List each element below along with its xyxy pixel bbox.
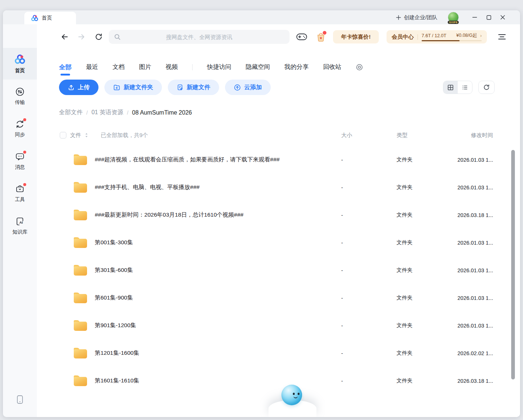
tab-documents[interactable]: 文档 <box>112 63 125 71</box>
close-button[interactable] <box>496 10 510 24</box>
shop-bag-icon[interactable] <box>316 32 326 42</box>
maximize-button[interactable] <box>482 10 496 24</box>
size-column-header: 大小 <box>341 132 396 139</box>
search-input[interactable] <box>121 34 278 40</box>
member-center-button[interactable]: 会员中心 7.6T / 12.0T ¥0.08/G起 › <box>387 30 487 43</box>
file-row[interactable]: 第001集-300集 - 文件夹 2026.01.03 1... <box>37 229 520 256</box>
sync-icon <box>15 119 25 129</box>
tab-hidden-space[interactable]: 隐藏空间 <box>246 63 270 71</box>
sidebar-item-home[interactable]: 首页 <box>3 48 37 80</box>
file-row[interactable]: 第301集-600集 - 文件夹 2026.01.03 1... <box>37 256 520 284</box>
sidebar-label: 工具 <box>15 196 25 203</box>
folder-icon <box>74 154 87 165</box>
tab-my-shares[interactable]: 我的分享 <box>284 63 309 71</box>
search-bar[interactable] <box>109 30 290 44</box>
minimize-button[interactable] <box>468 10 482 24</box>
promo-label: 年卡惊喜价! <box>341 34 371 41</box>
home-tab[interactable]: 首页 <box>24 12 76 24</box>
notification-dot <box>23 118 26 121</box>
new-folder-button[interactable]: 新建文件夹 <box>104 80 162 95</box>
title-bar: 首页 创建企业/团队 SVIP6 <box>3 10 520 24</box>
storage-price: ¥0.08/G起 <box>456 32 477 39</box>
scrollbar-thumb[interactable] <box>511 150 515 379</box>
file-modified-time: 2026.01.03 1... <box>452 157 493 163</box>
file-size: - <box>341 240 396 246</box>
tab-recent[interactable]: 最近 <box>86 63 98 71</box>
grid-icon <box>447 84 454 91</box>
file-modified-time: 2026.03.18 1... <box>452 378 493 384</box>
notification-dot <box>323 31 326 35</box>
file-name: 第1601集-1610集 <box>95 377 139 385</box>
refresh-list-button[interactable] <box>478 81 495 94</box>
folder-icon <box>74 375 87 386</box>
cloud-add-button[interactable]: 云添加 <box>225 80 271 95</box>
menu-icon[interactable] <box>498 34 506 40</box>
sidebar-label: 首页 <box>15 67 25 74</box>
chevron-right-icon: › <box>480 33 482 38</box>
grid-view-button[interactable] <box>443 81 458 94</box>
assistant-ball-button[interactable] <box>281 385 302 405</box>
search-icon <box>114 34 121 40</box>
year-card-promo-button[interactable]: 年卡惊喜价! <box>333 30 379 43</box>
tab-quick-access[interactable]: 快捷访问 <box>207 63 231 71</box>
file-row[interactable]: 第901集-1200集 - 文件夹 2026.01.03 1... <box>37 312 520 339</box>
table-header: 文件 已全部加载，共9个 大小 类型 修改时间 <box>37 129 520 141</box>
tab-images[interactable]: 图片 <box>139 63 151 71</box>
sidebar-label: 知识库 <box>13 229 28 235</box>
list-view-button[interactable] <box>458 81 472 94</box>
toolbox-icon <box>15 184 25 194</box>
create-team-button[interactable]: 创建企业/团队 <box>396 14 437 21</box>
mascot-smile <box>294 396 298 398</box>
file-row[interactable]: ###超清视频，在线观看会压缩画质，如果要画质好，请下载下来观看### - 文件… <box>37 146 520 174</box>
sort-icon[interactable] <box>85 133 88 138</box>
mascot-eye <box>298 393 299 395</box>
file-row[interactable]: ###支持手机、电脑、电视、平板播放### - 文件夹 2026.01.03 1… <box>37 174 520 201</box>
file-column-header[interactable]: 文件 <box>70 132 81 139</box>
refresh-icon <box>483 84 490 91</box>
upload-button[interactable]: 上传 <box>59 80 98 95</box>
notification-dot <box>23 151 26 154</box>
sidebar-item-transfer[interactable]: 传输 <box>3 84 37 108</box>
breadcrumb-separator: / <box>127 110 128 116</box>
file-row[interactable]: 第1201集-1600集 - 文件夹 2026.02.02 1... <box>37 339 520 367</box>
user-avatar[interactable]: SVIP6 <box>448 12 459 23</box>
file-size: - <box>341 212 396 218</box>
new-folder-icon <box>113 84 120 91</box>
home-logo-icon <box>14 54 25 65</box>
tab-all[interactable]: 全部 <box>59 63 72 71</box>
file-row[interactable]: 第601集-900集 - 文件夹 2026.01.03 1... <box>37 284 520 312</box>
folder-icon <box>74 182 87 193</box>
sidebar-item-sync[interactable]: 同步 <box>3 116 37 141</box>
breadcrumb-separator: / <box>86 110 88 116</box>
view-toggle <box>443 81 472 94</box>
tab-title: 首页 <box>42 15 52 21</box>
sidebar-item-messages[interactable]: 消息 <box>3 149 37 173</box>
file-row[interactable]: ###最新更新时间：2026年03月18日，总计1610个视频### - 文件夹… <box>37 201 520 229</box>
file-modified-time: 2026.01.03 1... <box>452 267 493 273</box>
game-center-icon[interactable] <box>296 33 307 41</box>
tab-recycle-bin[interactable]: 回收站 <box>323 63 342 71</box>
sidebar-item-tools[interactable]: 工具 <box>3 181 37 206</box>
mobile-app-icon[interactable] <box>15 395 24 406</box>
reload-button[interactable] <box>95 33 103 41</box>
forward-button[interactable] <box>77 33 86 41</box>
breadcrumb-current: 08 AumSumTime 2026 <box>132 109 192 116</box>
file-row[interactable]: 第1601集-1610集 - 文件夹 2026.03.18 1... <box>37 367 520 395</box>
target-circle-icon[interactable] <box>356 64 363 71</box>
back-button[interactable] <box>60 33 69 41</box>
sidebar-item-knowledge[interactable]: AI 知识库 <box>3 214 37 238</box>
breadcrumb-root[interactable]: 全部文件 <box>59 109 83 116</box>
tab-videos[interactable]: 视频 <box>166 63 178 71</box>
file-size: - <box>341 323 396 329</box>
file-type: 文件夹 <box>396 294 452 301</box>
file-modified-time: 2026.03.18 1... <box>452 212 493 218</box>
storage-progress-track <box>422 40 482 41</box>
select-all-checkbox[interactable] <box>60 132 66 139</box>
cloud-add-icon <box>234 84 241 91</box>
divider <box>192 64 193 70</box>
file-name: ###支持手机、电脑、电视、平板播放### <box>95 183 200 191</box>
create-team-label: 创建企业/团队 <box>404 14 437 21</box>
new-file-button[interactable]: 新建文件 <box>168 80 219 95</box>
breadcrumb-folder[interactable]: 01 英语资源 <box>91 109 123 116</box>
netdisk-logo-icon <box>31 14 38 22</box>
